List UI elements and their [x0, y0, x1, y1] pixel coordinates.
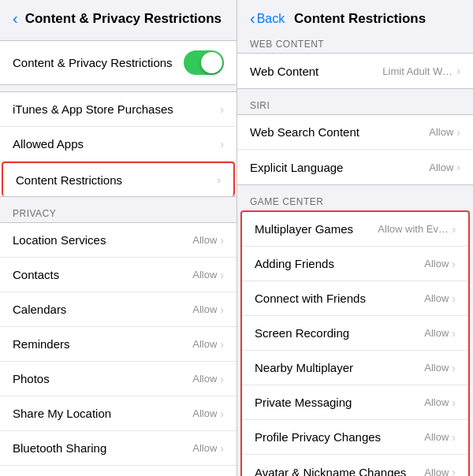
- allowed-apps-chevron-icon: ›: [220, 138, 224, 151]
- content-restrictions-chevron-icon: ›: [217, 173, 221, 186]
- contacts-label: Contacts: [13, 268, 59, 281]
- location-services-chevron-icon: ›: [220, 234, 224, 247]
- web-search-content-value: Allow: [429, 126, 453, 138]
- itunes-chevron-icon: ›: [220, 103, 224, 116]
- screen-recording-right: Allow ›: [424, 327, 456, 340]
- avatar-nickname-changes-value: Allow: [424, 467, 449, 477]
- profile-privacy-changes-right: Allow ›: [424, 431, 456, 444]
- private-messaging-chevron-icon: ›: [452, 396, 456, 409]
- adding-friends-value: Allow: [424, 258, 449, 270]
- nearby-multiplayer-right: Allow ›: [424, 362, 456, 374]
- photos-value: Allow: [192, 373, 217, 385]
- multiplayer-games-chevron-icon: ›: [452, 223, 456, 236]
- screen-recording-item[interactable]: Screen Recording Allow ›: [242, 316, 468, 351]
- calendars-right: Allow ›: [192, 303, 224, 316]
- content-restrictions-item[interactable]: Content Restrictions ›: [2, 162, 235, 196]
- screen-recording-label: Screen Recording: [255, 326, 349, 340]
- share-my-location-label: Share My Location: [13, 407, 111, 420]
- web-content-section-header: WEB CONTENT: [237, 34, 473, 53]
- location-services-label: Location Services: [13, 233, 106, 247]
- web-search-content-chevron-icon: ›: [456, 126, 460, 139]
- explicit-language-chevron-icon: ›: [456, 161, 460, 173]
- web-content-chevron-icon: ›: [456, 65, 460, 77]
- content-privacy-toggle[interactable]: [184, 50, 224, 75]
- content-restrictions-label: Content Restrictions: [16, 173, 122, 187]
- allowed-apps-right: ›: [220, 138, 224, 151]
- profile-privacy-changes-label: Profile Privacy Changes: [255, 430, 381, 444]
- web-content-label: Web Content: [250, 65, 318, 78]
- reminders-item[interactable]: Reminders Allow ›: [0, 327, 236, 362]
- reminders-value: Allow: [192, 338, 217, 350]
- avatar-nickname-changes-item[interactable]: Avatar & Nickname Changes Allow ›: [242, 455, 468, 476]
- web-content-right: Limit Adult Websites ›: [382, 65, 460, 77]
- explicit-language-label: Explicit Language: [250, 161, 343, 174]
- toggle-section: Content & Privacy Restrictions: [0, 40, 236, 85]
- photos-item[interactable]: Photos Allow ›: [0, 362, 236, 396]
- privacy-section-header: PRIVACY: [0, 203, 236, 222]
- connect-with-friends-value: Allow: [424, 292, 449, 304]
- adding-friends-chevron-icon: ›: [452, 258, 456, 270]
- calendars-item[interactable]: Calendars Allow ›: [0, 292, 236, 327]
- photos-chevron-icon: ›: [220, 373, 224, 385]
- itunes-app-store-label: iTunes & App Store Purchases: [13, 102, 173, 116]
- bluetooth-sharing-label: Bluetooth Sharing: [13, 441, 106, 455]
- itunes-app-store-item[interactable]: iTunes & App Store Purchases ›: [0, 92, 236, 127]
- multiplayer-games-right: Allow with Every... ›: [378, 223, 456, 236]
- explicit-language-item[interactable]: Explicit Language Allow ›: [237, 150, 473, 184]
- avatar-nickname-changes-right: Allow ›: [424, 466, 456, 476]
- right-header: ‹ Back Content Restrictions: [237, 0, 473, 34]
- location-services-right: Allow ›: [192, 234, 224, 247]
- web-search-content-right: Allow ›: [429, 126, 460, 139]
- contacts-chevron-icon: ›: [220, 269, 224, 281]
- microphone-item[interactable]: Microphone Allow ›: [0, 466, 236, 476]
- profile-privacy-changes-item[interactable]: Profile Privacy Changes Allow ›: [242, 420, 468, 455]
- photos-right: Allow ›: [192, 373, 224, 385]
- toggle-row[interactable]: Content & Privacy Restrictions: [0, 41, 236, 84]
- connect-with-friends-chevron-icon: ›: [452, 292, 456, 305]
- connect-with-friends-item[interactable]: Connect with Friends Allow ›: [242, 281, 468, 316]
- nearby-multiplayer-value: Allow: [424, 362, 449, 374]
- web-content-item[interactable]: Web Content Limit Adult Websites ›: [237, 54, 473, 88]
- multiplayer-games-item[interactable]: Multiplayer Games Allow with Every... ›: [242, 212, 468, 247]
- connect-with-friends-label: Connect with Friends: [255, 292, 366, 305]
- itunes-app-store-right: ›: [220, 103, 224, 116]
- privacy-list-section: Location Services Allow › Contacts Allow…: [0, 222, 236, 476]
- calendars-label: Calendars: [13, 303, 66, 316]
- private-messaging-item[interactable]: Private Messaging Allow ›: [242, 385, 468, 420]
- left-back-icon: ‹: [13, 9, 18, 28]
- game-center-section-header: GAME CENTER: [237, 192, 473, 210]
- calendars-value: Allow: [192, 303, 217, 315]
- reminders-label: Reminders: [13, 337, 70, 351]
- left-header-title: Content & Privacy Restrictions: [23, 11, 224, 27]
- right-back-button[interactable]: ‹ Back: [250, 9, 285, 28]
- share-my-location-item[interactable]: Share My Location Allow ›: [0, 396, 236, 431]
- connect-with-friends-right: Allow ›: [424, 292, 456, 305]
- siri-list-section: Web Search Content Allow › Explicit Lang…: [237, 114, 473, 185]
- bluetooth-sharing-item[interactable]: Bluetooth Sharing Allow ›: [0, 431, 236, 466]
- explicit-language-value: Allow: [429, 162, 453, 173]
- private-messaging-right: Allow ›: [424, 396, 456, 409]
- allowed-apps-item[interactable]: Allowed Apps ›: [0, 127, 236, 162]
- allowed-apps-label: Allowed Apps: [13, 137, 84, 151]
- adding-friends-item[interactable]: Adding Friends Allow ›: [242, 247, 468, 281]
- siri-section-header: SIRI: [237, 95, 473, 114]
- right-header-title: Content Restrictions: [291, 11, 429, 27]
- bluetooth-sharing-chevron-icon: ›: [220, 442, 224, 455]
- multiplayer-games-value: Allow with Every...: [378, 223, 449, 235]
- nearby-multiplayer-chevron-icon: ›: [452, 362, 456, 374]
- contacts-item[interactable]: Contacts Allow ›: [0, 258, 236, 292]
- web-search-content-item[interactable]: Web Search Content Allow ›: [237, 115, 473, 150]
- location-services-item[interactable]: Location Services Allow ›: [0, 223, 236, 258]
- main-list-section: iTunes & App Store Purchases › Allowed A…: [0, 91, 236, 197]
- content-restrictions-right: ›: [217, 173, 221, 186]
- adding-friends-right: Allow ›: [424, 258, 456, 270]
- private-messaging-label: Private Messaging: [255, 396, 352, 409]
- avatar-nickname-changes-chevron-icon: ›: [452, 466, 456, 476]
- screen-recording-value: Allow: [424, 327, 449, 339]
- right-back-chevron-icon: ‹: [250, 9, 255, 28]
- left-back-button[interactable]: ‹: [13, 9, 18, 28]
- profile-privacy-changes-value: Allow: [424, 431, 449, 443]
- contacts-right: Allow ›: [192, 269, 224, 281]
- nearby-multiplayer-item[interactable]: Nearby Multiplayer Allow ›: [242, 351, 468, 385]
- game-center-list-section: Multiplayer Games Allow with Every... › …: [240, 210, 470, 476]
